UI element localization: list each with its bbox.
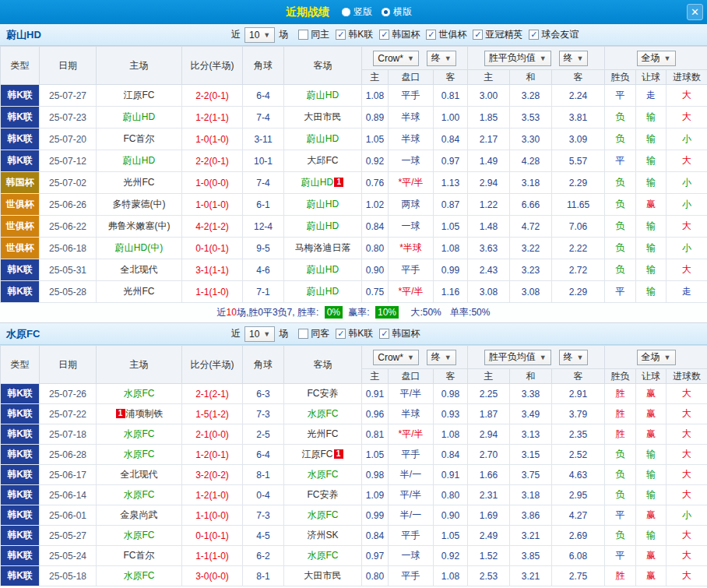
away-team: 蔚山HD xyxy=(284,216,362,238)
recent-results-window: 近期战绩 竖版 横版 ✕ 蔚山HD 近 10 ▼ 场 同主✓韩K联✓韩国杯✓世俱… xyxy=(0,0,707,588)
odds-final-select[interactable]: 终▼ xyxy=(427,51,456,66)
scope-header: 全场▼ xyxy=(605,47,707,70)
europe-draw-odds: 3.30 xyxy=(510,129,552,150)
corner-score: 3-11 xyxy=(243,129,284,150)
europe-draw-odds: 3.22 xyxy=(510,238,552,259)
scope-select[interactable]: 全场▼ xyxy=(637,51,676,66)
layout-radio-vertical[interactable]: 竖版 xyxy=(342,5,372,19)
europe-avg-select[interactable]: 胜平负均值▼ xyxy=(484,51,551,66)
team-filter-bar-ulsan: 蔚山HD 近 10 ▼ 场 同主✓韩K联✓韩国杯✓世俱杯✓亚冠精英✓球会友谊 xyxy=(0,24,707,46)
match-count-select[interactable]: 10 ▼ xyxy=(244,27,275,43)
result-goals: 大 xyxy=(667,465,707,485)
away-team: 马梅洛迪日落 xyxy=(284,238,362,259)
team-name: 多特蒙德(中) xyxy=(113,199,166,209)
asia-away-odds: 0.84 xyxy=(434,445,468,465)
chevron-down-icon: ▼ xyxy=(664,55,671,62)
team-name: 蔚山HD(中) xyxy=(115,242,163,253)
europe-final-select[interactable]: 终▼ xyxy=(559,350,589,365)
europe-home-odds: 1.49 xyxy=(468,150,510,172)
match-date: 25-07-20 xyxy=(40,129,97,150)
match-date: 25-06-22 xyxy=(40,216,97,238)
competition-badge: 世俱杯 xyxy=(1,216,40,238)
asia-handicap: 平手 xyxy=(389,85,434,107)
result-wdl: 平 xyxy=(605,505,636,526)
filter-checkbox[interactable]: ✓球会友谊 xyxy=(529,28,579,41)
match-score: 1-2(1-1) xyxy=(182,107,243,129)
filter-checkbox[interactable]: 同客 xyxy=(298,327,329,340)
col-away: 客场 xyxy=(284,47,362,85)
europe-draw-odds: 3.23 xyxy=(510,259,552,281)
europe-avg-select[interactable]: 胜平负均值▼ xyxy=(484,350,551,365)
result-goals: 大 xyxy=(667,445,707,465)
team-name: 金泉尚武 xyxy=(121,509,158,520)
scope-select[interactable]: 全场▼ xyxy=(637,350,676,365)
europe-draw-odds: 3.85 xyxy=(510,546,552,566)
europe-home-odds: 1.87 xyxy=(468,404,510,424)
asia-home-odds: 1.09 xyxy=(362,485,389,505)
asia-handicap: *平/半 xyxy=(389,172,434,194)
match-score: 3-1(1-1) xyxy=(182,259,243,281)
filter-checkbox[interactable]: ✓韩国杯 xyxy=(379,28,420,41)
odds-company-select[interactable]: Crow*▼ xyxy=(373,350,419,365)
home-team: 水原FC xyxy=(97,485,182,505)
competition-badge: 韩K联 xyxy=(1,485,40,505)
filter-checkbox[interactable]: ✓韩K联 xyxy=(336,327,373,340)
asia-away-odds: 0.90 xyxy=(434,505,468,526)
europe-home-odds: 2.94 xyxy=(468,172,510,194)
filter-checkbox[interactable]: ✓韩K联 xyxy=(336,28,373,41)
europe-away-odds: 7.06 xyxy=(552,216,605,238)
asia-away-odds: 1.08 xyxy=(434,238,468,259)
europe-draw-odds: 3.38 xyxy=(510,384,552,404)
match-score: 2-2(0-1) xyxy=(182,150,243,172)
match-date: 25-07-27 xyxy=(40,85,97,107)
titlebar: 近期战绩 竖版 横版 ✕ xyxy=(0,0,707,24)
team-name: 光州FC xyxy=(124,177,155,188)
asia-home-odds: 0.84 xyxy=(362,216,389,238)
chevron-down-icon: ▼ xyxy=(540,354,547,361)
odds-final-select[interactable]: 终▼ xyxy=(427,350,456,365)
asia-handicap: 平手 xyxy=(389,259,434,281)
asia-home-odds: 1.05 xyxy=(362,445,389,465)
asia-handicap: 半球 xyxy=(389,404,434,424)
result-wdl: 负 xyxy=(605,238,636,259)
team-name: 济州SK xyxy=(307,530,338,540)
odds-company-select[interactable]: Crow*▼ xyxy=(373,51,419,66)
subcol-europe-home: 主 xyxy=(468,369,510,384)
asia-handicap: 半球 xyxy=(389,107,434,129)
away-team: 蔚山HD xyxy=(284,129,362,150)
asia-away-odds: 0.99 xyxy=(434,259,468,281)
filter-checkbox[interactable]: ✓亚冠精英 xyxy=(473,28,522,41)
match-row: 韩K联25-07-26水原FC2-1(2-1)6-3FC安养0.91平/半0.9… xyxy=(1,384,707,404)
filter-checkbox[interactable]: ✓韩国杯 xyxy=(379,327,420,340)
europe-final-select[interactable]: 终▼ xyxy=(559,51,589,66)
match-count-select[interactable]: 10 ▼ xyxy=(244,326,275,342)
match-date: 25-05-28 xyxy=(40,281,97,303)
layout-radio-horizontal[interactable]: 横版 xyxy=(382,5,412,19)
matches-table-suwon: 类型 日期 主场 比分(半场) 角球 客场 Crow*▼ 终▼ 胜平负均值▼ 终… xyxy=(0,345,707,586)
asia-away-odds: 1.08 xyxy=(434,566,468,586)
europe-draw-odds: 3.18 xyxy=(510,172,552,194)
team-name: 水原FC xyxy=(124,489,155,500)
checkbox-label: 亚冠精英 xyxy=(485,28,522,41)
close-icon[interactable]: ✕ xyxy=(687,4,703,20)
match-date: 25-05-31 xyxy=(40,259,97,281)
result-handicap: 输 xyxy=(636,107,667,129)
radio-label: 横版 xyxy=(393,5,412,19)
filter-checkbox[interactable]: 同主 xyxy=(298,28,329,41)
europe-away-odds: 2.29 xyxy=(552,172,605,194)
filter-checkbox[interactable]: ✓世俱杯 xyxy=(426,28,466,41)
competition-badge: 韩K联 xyxy=(1,566,40,586)
result-handicap: 输 xyxy=(636,465,667,485)
result-wdl: 负 xyxy=(605,259,636,281)
result-wdl: 胜 xyxy=(605,404,636,424)
profit-rate-label: 赢率: xyxy=(348,307,369,318)
europe-final-value: 终 xyxy=(564,51,573,65)
away-team: 水原FC xyxy=(284,404,362,424)
match-score: 1-0(1-0) xyxy=(182,194,243,216)
away-team: 水原FC xyxy=(284,546,362,566)
europe-away-odds: 4.63 xyxy=(552,465,605,485)
home-team: 金泉尚武 xyxy=(97,505,182,526)
away-team: 蔚山HD1 xyxy=(284,172,362,194)
away-team: 济州SK xyxy=(284,526,362,546)
asia-away-odds: 0.97 xyxy=(434,150,468,172)
